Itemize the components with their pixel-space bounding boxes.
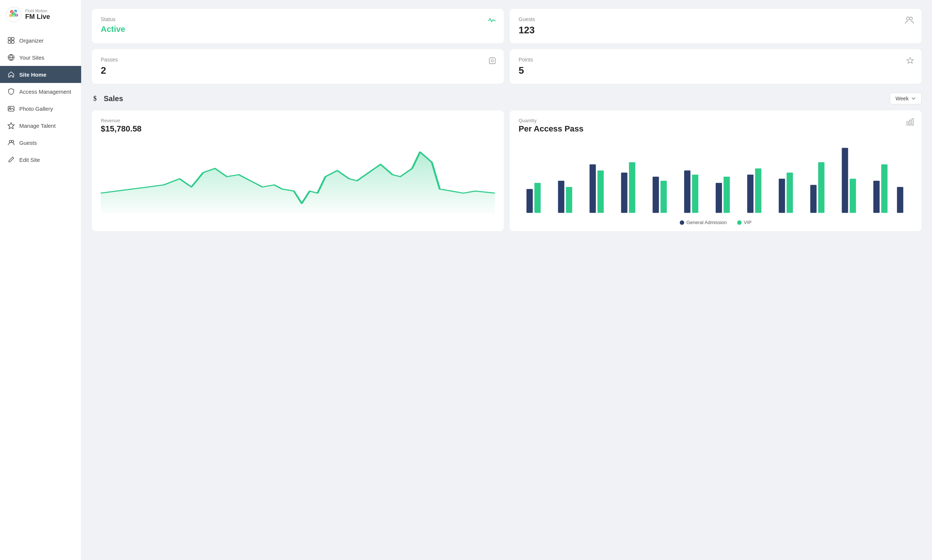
revenue-label: Revenue bbox=[101, 118, 495, 123]
passes-card: Passes 2 bbox=[92, 49, 504, 84]
svg-text:$: $ bbox=[93, 95, 97, 102]
manage-talent-label: Manage Talent bbox=[19, 123, 55, 129]
quantity-chart-card: Quantity Per Access Pass bbox=[510, 110, 922, 231]
chart-legend: General Admission VIP bbox=[518, 220, 913, 225]
sidebar-item-edit-site[interactable]: Edit Site bbox=[0, 151, 81, 168]
revenue-chart bbox=[101, 140, 495, 214]
status-card: Status Active bbox=[92, 9, 504, 43]
svg-point-18 bbox=[906, 17, 909, 20]
guests-card-icon bbox=[904, 16, 914, 26]
vip-dot bbox=[737, 220, 741, 225]
svg-rect-46 bbox=[841, 148, 848, 213]
week-label: Week bbox=[895, 95, 909, 102]
svg-point-17 bbox=[11, 140, 14, 143]
svg-rect-30 bbox=[590, 165, 596, 213]
svg-rect-36 bbox=[684, 170, 691, 212]
svg-rect-10 bbox=[8, 41, 11, 43]
sidebar-item-site-home[interactable]: Site Home bbox=[0, 66, 81, 83]
svg-rect-25 bbox=[912, 118, 914, 125]
sales-header: $ Sales Week bbox=[92, 92, 922, 105]
vip-label: VIP bbox=[744, 220, 752, 225]
quantity-chart bbox=[518, 140, 913, 214]
quantity-label: Quantity bbox=[518, 118, 913, 123]
svg-point-4 bbox=[9, 14, 12, 17]
photo-gallery-label: Photo Gallery bbox=[19, 106, 53, 112]
svg-rect-44 bbox=[810, 185, 817, 213]
guests-icon bbox=[8, 139, 15, 146]
svg-rect-43 bbox=[787, 172, 793, 213]
sidebar-item-access-management[interactable]: Access Management bbox=[0, 83, 81, 100]
sidebar-nav: Organizer Your Sites Site Home Access Ma… bbox=[0, 29, 81, 560]
points-card: Points 5 bbox=[510, 49, 922, 84]
points-icon bbox=[906, 57, 914, 66]
general-admission-label: General Admission bbox=[686, 220, 727, 225]
status-value: Active bbox=[101, 25, 495, 34]
svg-rect-13 bbox=[8, 106, 14, 111]
svg-rect-23 bbox=[907, 122, 908, 125]
points-label: Points bbox=[518, 57, 913, 63]
svg-rect-41 bbox=[755, 169, 761, 213]
svg-rect-50 bbox=[897, 187, 903, 213]
passes-icon bbox=[488, 57, 497, 66]
passes-value: 2 bbox=[101, 65, 495, 76]
edit-site-label: Edit Site bbox=[19, 157, 40, 163]
organizer-icon bbox=[8, 37, 15, 44]
svg-rect-27 bbox=[535, 183, 541, 213]
svg-rect-32 bbox=[621, 172, 627, 213]
svg-rect-8 bbox=[8, 37, 11, 40]
main-content: Status Active Guests 123 Passes 2 Points… bbox=[82, 0, 932, 560]
svg-rect-38 bbox=[716, 183, 722, 213]
legend-general-admission: General Admission bbox=[680, 220, 727, 225]
charts-row: Revenue $15,780.58 Quantity Per Access P… bbox=[92, 110, 922, 231]
quantity-subtitle: Per Access Pass bbox=[518, 124, 913, 134]
svg-rect-31 bbox=[598, 170, 604, 212]
svg-point-5 bbox=[15, 14, 18, 17]
svg-point-16 bbox=[9, 140, 11, 143]
svg-rect-42 bbox=[779, 179, 785, 213]
passes-label: Passes bbox=[101, 57, 495, 63]
svg-rect-47 bbox=[850, 179, 856, 213]
status-label: Status bbox=[101, 16, 495, 22]
gallery-icon bbox=[8, 105, 15, 112]
svg-rect-45 bbox=[818, 162, 824, 213]
site-home-label: Site Home bbox=[19, 71, 46, 78]
sidebar: Fluid Motion FM Live Organizer Your Site… bbox=[0, 0, 82, 560]
guests-card-label: Guests bbox=[518, 16, 913, 22]
svg-rect-37 bbox=[692, 174, 698, 212]
stat-cards: Status Active Guests 123 Passes 2 Points… bbox=[92, 9, 922, 84]
chevron-down-icon bbox=[911, 96, 916, 101]
star-icon bbox=[8, 122, 15, 129]
revenue-chart-card: Revenue $15,780.58 bbox=[92, 110, 504, 231]
revenue-value: $15,780.58 bbox=[101, 124, 495, 134]
sites-label: Your Sites bbox=[19, 54, 45, 61]
svg-rect-11 bbox=[11, 41, 14, 43]
points-value: 5 bbox=[518, 65, 913, 76]
week-dropdown[interactable]: Week bbox=[890, 92, 922, 105]
dollar-icon: $ bbox=[92, 94, 100, 103]
sidebar-item-your-sites[interactable]: Your Sites bbox=[0, 49, 81, 66]
sidebar-item-guests[interactable]: Guests bbox=[0, 134, 81, 151]
svg-rect-49 bbox=[881, 165, 887, 213]
sidebar-item-photo-gallery[interactable]: Photo Gallery bbox=[0, 100, 81, 117]
legend-vip: VIP bbox=[737, 220, 752, 225]
app-subtitle: Fluid Motion bbox=[25, 9, 50, 13]
svg-rect-9 bbox=[11, 37, 14, 40]
general-admission-dot bbox=[680, 220, 684, 225]
svg-rect-35 bbox=[660, 181, 667, 213]
sidebar-item-organizer[interactable]: Organizer bbox=[0, 32, 81, 49]
svg-rect-24 bbox=[909, 120, 911, 125]
sales-title: $ Sales bbox=[92, 94, 123, 103]
svg-marker-15 bbox=[8, 123, 14, 129]
svg-rect-39 bbox=[723, 177, 730, 213]
chart-icon bbox=[906, 118, 914, 128]
app-title: FM Live bbox=[25, 13, 50, 21]
sites-icon bbox=[8, 54, 15, 61]
svg-rect-20 bbox=[489, 58, 495, 64]
guests-card-value: 123 bbox=[518, 25, 913, 36]
edit-icon bbox=[8, 156, 15, 163]
svg-point-19 bbox=[909, 17, 912, 20]
svg-point-21 bbox=[491, 60, 494, 62]
svg-rect-7 bbox=[12, 15, 15, 17]
guests-label: Guests bbox=[19, 140, 37, 146]
sidebar-item-manage-talent[interactable]: Manage Talent bbox=[0, 117, 81, 134]
